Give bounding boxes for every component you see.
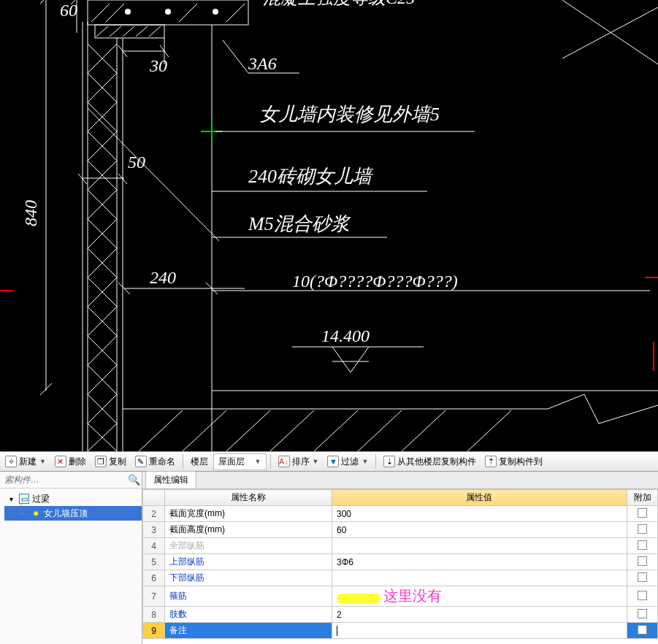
svg-line-18 (110, 26, 121, 37)
prop-value-cell[interactable] (332, 538, 627, 554)
svg-line-86 (402, 410, 445, 451)
prop-value-cell[interactable]: 2 (332, 607, 627, 623)
tree-item-child[interactable]: ✹ 女儿墙压顶 (4, 506, 142, 521)
sort-button[interactable]: A↓排序▼ (275, 453, 323, 470)
att-cell[interactable] (627, 570, 658, 586)
search-input[interactable] (0, 472, 126, 488)
table-row[interactable]: 3截面高度(mm)60 (143, 522, 658, 538)
checkbox[interactable] (638, 572, 647, 582)
table-row[interactable]: 2截面宽度(mm)300 (143, 506, 658, 522)
copy-button[interactable]: ❐复制 (91, 453, 130, 470)
svg-point-10 (165, 9, 171, 15)
table-row[interactable]: 7箍筋这里没有 (143, 586, 658, 607)
tree-item-root[interactable]: ▾ ▭ 过梁 (4, 491, 142, 506)
svg-point-9 (125, 9, 131, 15)
cad-viewport[interactable]: 840 60 (0, 0, 658, 451)
folder-icon: ▭ (19, 494, 29, 504)
checkbox[interactable] (638, 508, 647, 518)
svg-line-12 (91, 4, 110, 22)
property-pane: 属性编辑 属性名称 属性值 附加 2截面宽度(mm)3003截面高度(mm)60… (142, 472, 658, 644)
search-icon[interactable]: 🔍 (126, 472, 142, 488)
svg-line-83 (270, 410, 314, 451)
prop-value-cell[interactable]: 3Φ6 (332, 554, 627, 570)
svg-line-68 (223, 40, 248, 73)
tree-root-label: 过梁 (32, 493, 50, 505)
table-row[interactable]: 9备注 (143, 623, 658, 639)
label-level: 14.400 (321, 326, 370, 345)
svg-line-77 (562, 7, 658, 58)
filter-button[interactable]: ▼过滤▼ (324, 453, 372, 470)
row-number: 6 (143, 570, 165, 586)
svg-line-17 (96, 26, 108, 37)
col-att: 附加 (627, 490, 658, 506)
label-3a6: 3A6 (248, 54, 277, 73)
row-number: 4 (143, 538, 165, 554)
table-row[interactable]: 5上部纵筋3Φ6 (143, 554, 658, 570)
label-m5: M5混合砂浆 (248, 213, 351, 234)
delete-button[interactable]: ✕删除 (51, 453, 90, 470)
table-row[interactable]: 4全部纵筋 (143, 538, 658, 554)
prop-value-cell[interactable]: 300 (332, 506, 627, 522)
checkbox[interactable] (638, 591, 647, 600)
roof-dropdown[interactable]: 屋面层 ▼ (213, 453, 267, 470)
chevron-down-icon: ▼ (39, 458, 46, 465)
label-parapet-finish: 女儿墙内装修见外墙5 (259, 104, 440, 125)
prop-value-cell[interactable]: 这里没有 (332, 586, 627, 607)
row-number: 8 (143, 607, 165, 623)
svg-line-76 (562, 0, 658, 64)
svg-line-71 (88, 108, 219, 241)
prop-value-cell[interactable] (332, 570, 627, 586)
prop-name-cell: 下部纵筋 (165, 570, 332, 586)
prop-name-cell: 全部纵筋 (165, 538, 332, 554)
toolbar: ✧新建▼ ✕删除 ❐复制 ✎重命名 楼层 屋面层 ▼ A↓排序▼ ▼过滤▼ ⇣从… (0, 451, 658, 472)
tab-property-edit[interactable]: 属性编辑 (145, 471, 196, 488)
att-cell[interactable] (627, 607, 658, 623)
att-cell[interactable] (627, 554, 658, 570)
prop-value-cell[interactable]: 60 (332, 522, 627, 538)
copy-to-icon: ⇡ (485, 456, 497, 467)
att-cell[interactable] (627, 623, 658, 639)
checkbox[interactable] (638, 625, 647, 635)
copy-from-floor-button[interactable]: ⇣从其他楼层复制构件 (380, 453, 480, 470)
dim-840: 840 (21, 200, 40, 226)
svg-point-11 (213, 9, 218, 15)
property-grid[interactable]: 属性名称 属性值 附加 2截面宽度(mm)3003截面高度(mm)604全部纵筋… (142, 489, 658, 639)
row-number: 7 (143, 586, 165, 607)
new-icon: ✧ (5, 456, 17, 467)
checkbox[interactable] (638, 540, 647, 550)
svg-line-14 (179, 4, 197, 22)
svg-line-84 (314, 410, 358, 451)
att-cell[interactable] (627, 506, 658, 522)
dim-50: 50 (128, 153, 145, 172)
table-row[interactable]: 8肢数2 (143, 607, 658, 623)
highlight-mark (337, 594, 380, 604)
svg-line-15 (226, 4, 245, 22)
prop-name-cell: 截面高度(mm) (165, 522, 332, 538)
rename-icon: ✎ (135, 456, 147, 467)
svg-line-87 (467, 410, 511, 451)
copy-member-to-button[interactable]: ⇡复制构件到 (481, 453, 546, 470)
row-number: 3 (143, 522, 165, 538)
checkbox[interactable] (638, 524, 647, 534)
label-concrete: 混凝土强度等级C25 (263, 0, 415, 7)
svg-line-81 (183, 410, 226, 451)
row-number: 2 (143, 506, 165, 522)
tree-pane: 🔍 ▾ ▭ 过梁 ✹ 女儿墙压顶 (0, 472, 142, 644)
new-button[interactable]: ✧新建▼ (1, 453, 50, 470)
att-cell[interactable] (627, 538, 658, 554)
checkbox[interactable] (638, 609, 647, 618)
prop-name-cell: 截面宽度(mm) (165, 506, 332, 522)
delete-icon: ✕ (55, 456, 66, 467)
att-cell[interactable] (627, 522, 658, 538)
rename-button[interactable]: ✎重命名 (131, 453, 179, 470)
member-icon: ✹ (31, 508, 41, 518)
checkbox[interactable] (638, 556, 647, 566)
copy-icon: ❐ (95, 456, 107, 467)
prop-name-cell: 箍筋 (165, 586, 332, 607)
att-cell[interactable] (627, 586, 658, 607)
label-rebar: 10(?Φ????Φ???Φ???) (292, 272, 458, 291)
prop-value-cell[interactable] (332, 623, 627, 639)
col-rownum (143, 490, 165, 506)
table-row[interactable]: 6下部纵筋 (143, 570, 658, 586)
col-name: 属性名称 (165, 490, 332, 506)
